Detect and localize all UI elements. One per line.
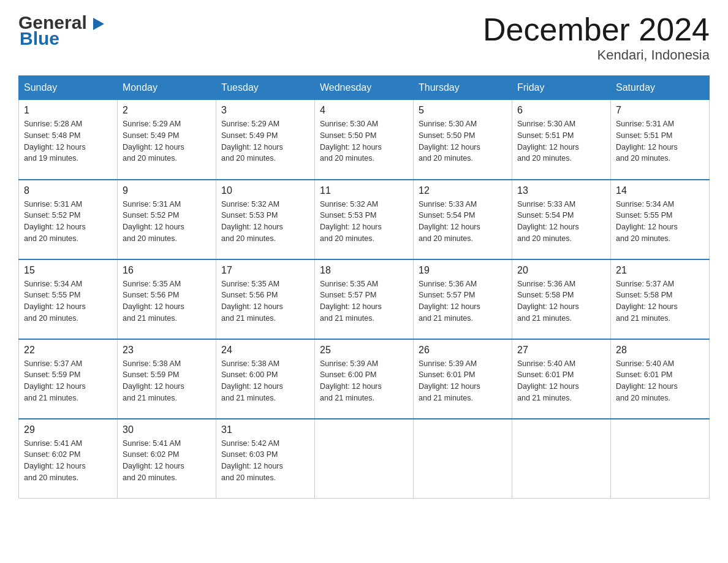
day-number: 26	[419, 345, 507, 356]
day-number: 19	[419, 265, 507, 276]
table-row	[611, 419, 710, 499]
table-row: 4 Sunrise: 5:30 AM Sunset: 5:50 PM Dayli…	[315, 100, 414, 180]
day-info: Sunrise: 5:33 AM Sunset: 5:54 PM Dayligh…	[419, 199, 507, 245]
table-row: 25 Sunrise: 5:39 AM Sunset: 6:00 PM Dayl…	[315, 339, 414, 419]
day-info: Sunrise: 5:32 AM Sunset: 5:53 PM Dayligh…	[320, 199, 408, 245]
day-number: 24	[221, 345, 309, 356]
day-info: Sunrise: 5:31 AM Sunset: 5:52 PM Dayligh…	[24, 199, 112, 245]
day-number: 30	[123, 424, 211, 435]
calendar-week-2: 8 Sunrise: 5:31 AM Sunset: 5:52 PM Dayli…	[19, 180, 710, 259]
table-row: 30 Sunrise: 5:41 AM Sunset: 6:02 PM Dayl…	[118, 419, 216, 499]
svg-marker-0	[93, 18, 104, 30]
day-number: 12	[419, 185, 507, 196]
table-row: 13 Sunrise: 5:33 AM Sunset: 5:54 PM Dayl…	[512, 180, 611, 259]
calendar-week-3: 15 Sunrise: 5:34 AM Sunset: 5:55 PM Dayl…	[19, 259, 710, 339]
day-number: 18	[320, 265, 408, 276]
table-row: 3 Sunrise: 5:29 AM Sunset: 5:49 PM Dayli…	[216, 100, 315, 180]
col-wednesday: Wednesday	[315, 76, 414, 100]
day-number: 29	[24, 424, 112, 435]
day-info: Sunrise: 5:38 AM Sunset: 6:00 PM Dayligh…	[221, 358, 309, 404]
day-number: 11	[320, 185, 408, 196]
day-number: 9	[123, 185, 211, 196]
logo-blue-text: Blue	[20, 28, 59, 49]
day-info: Sunrise: 5:29 AM Sunset: 5:49 PM Dayligh…	[123, 118, 211, 164]
table-row: 26 Sunrise: 5:39 AM Sunset: 6:01 PM Dayl…	[414, 339, 512, 419]
table-row: 16 Sunrise: 5:35 AM Sunset: 5:56 PM Dayl…	[118, 259, 216, 339]
day-info: Sunrise: 5:35 AM Sunset: 5:56 PM Dayligh…	[123, 278, 211, 324]
day-number: 14	[616, 185, 704, 196]
table-row	[414, 419, 512, 499]
location-text: Kendari, Indonesia	[483, 47, 710, 63]
day-info: Sunrise: 5:38 AM Sunset: 5:59 PM Dayligh…	[123, 358, 211, 404]
table-row: 12 Sunrise: 5:33 AM Sunset: 5:54 PM Dayl…	[414, 180, 512, 259]
day-number: 23	[123, 345, 211, 356]
day-number: 5	[419, 105, 507, 116]
day-info: Sunrise: 5:31 AM Sunset: 5:52 PM Dayligh…	[123, 199, 211, 245]
col-thursday: Thursday	[414, 76, 512, 100]
day-info: Sunrise: 5:35 AM Sunset: 5:57 PM Dayligh…	[320, 278, 408, 324]
day-number: 1	[24, 105, 112, 116]
calendar-week-4: 22 Sunrise: 5:37 AM Sunset: 5:59 PM Dayl…	[19, 339, 710, 419]
day-info: Sunrise: 5:42 AM Sunset: 6:03 PM Dayligh…	[221, 438, 309, 484]
day-number: 8	[24, 185, 112, 196]
day-info: Sunrise: 5:34 AM Sunset: 5:55 PM Dayligh…	[24, 278, 112, 324]
day-info: Sunrise: 5:41 AM Sunset: 6:02 PM Dayligh…	[24, 438, 112, 484]
day-info: Sunrise: 5:35 AM Sunset: 5:56 PM Dayligh…	[221, 278, 309, 324]
calendar-table: Sunday Monday Tuesday Wednesday Thursday…	[18, 75, 710, 499]
day-info: Sunrise: 5:31 AM Sunset: 5:51 PM Dayligh…	[616, 118, 704, 164]
month-title: December 2024	[483, 12, 710, 47]
day-info: Sunrise: 5:37 AM Sunset: 5:58 PM Dayligh…	[616, 278, 704, 324]
table-row: 29 Sunrise: 5:41 AM Sunset: 6:02 PM Dayl…	[19, 419, 118, 499]
day-number: 2	[123, 105, 211, 116]
day-info: Sunrise: 5:30 AM Sunset: 5:50 PM Dayligh…	[320, 118, 408, 164]
table-row	[315, 419, 414, 499]
table-row: 31 Sunrise: 5:42 AM Sunset: 6:03 PM Dayl…	[216, 419, 315, 499]
table-row: 8 Sunrise: 5:31 AM Sunset: 5:52 PM Dayli…	[19, 180, 118, 259]
table-row: 7 Sunrise: 5:31 AM Sunset: 5:51 PM Dayli…	[611, 100, 710, 180]
day-number: 27	[517, 345, 605, 356]
day-number: 6	[517, 105, 605, 116]
day-number: 15	[24, 265, 112, 276]
table-row: 24 Sunrise: 5:38 AM Sunset: 6:00 PM Dayl…	[216, 339, 315, 419]
table-row: 5 Sunrise: 5:30 AM Sunset: 5:50 PM Dayli…	[414, 100, 512, 180]
day-info: Sunrise: 5:32 AM Sunset: 5:53 PM Dayligh…	[221, 199, 309, 245]
table-row: 22 Sunrise: 5:37 AM Sunset: 5:59 PM Dayl…	[19, 339, 118, 419]
table-row: 20 Sunrise: 5:36 AM Sunset: 5:58 PM Dayl…	[512, 259, 611, 339]
day-number: 28	[616, 345, 704, 356]
table-row: 9 Sunrise: 5:31 AM Sunset: 5:52 PM Dayli…	[118, 180, 216, 259]
day-number: 3	[221, 105, 309, 116]
day-info: Sunrise: 5:40 AM Sunset: 6:01 PM Dayligh…	[517, 358, 605, 404]
day-number: 21	[616, 265, 704, 276]
day-info: Sunrise: 5:28 AM Sunset: 5:48 PM Dayligh…	[24, 118, 112, 164]
day-info: Sunrise: 5:39 AM Sunset: 6:00 PM Dayligh…	[320, 358, 408, 404]
day-number: 25	[320, 345, 408, 356]
col-saturday: Saturday	[611, 76, 710, 100]
day-info: Sunrise: 5:41 AM Sunset: 6:02 PM Dayligh…	[123, 438, 211, 484]
day-number: 10	[221, 185, 309, 196]
day-number: 7	[616, 105, 704, 116]
table-row: 27 Sunrise: 5:40 AM Sunset: 6:01 PM Dayl…	[512, 339, 611, 419]
table-row	[512, 419, 611, 499]
table-row: 28 Sunrise: 5:40 AM Sunset: 6:01 PM Dayl…	[611, 339, 710, 419]
table-row: 1 Sunrise: 5:28 AM Sunset: 5:48 PM Dayli…	[19, 100, 118, 180]
day-info: Sunrise: 5:30 AM Sunset: 5:50 PM Dayligh…	[419, 118, 507, 164]
day-info: Sunrise: 5:36 AM Sunset: 5:58 PM Dayligh…	[517, 278, 605, 324]
day-number: 31	[221, 424, 309, 435]
day-info: Sunrise: 5:29 AM Sunset: 5:49 PM Dayligh…	[221, 118, 309, 164]
table-row: 18 Sunrise: 5:35 AM Sunset: 5:57 PM Dayl…	[315, 259, 414, 339]
table-row: 21 Sunrise: 5:37 AM Sunset: 5:58 PM Dayl…	[611, 259, 710, 339]
day-number: 22	[24, 345, 112, 356]
day-info: Sunrise: 5:30 AM Sunset: 5:51 PM Dayligh…	[517, 118, 605, 164]
col-monday: Monday	[118, 76, 216, 100]
calendar-week-5: 29 Sunrise: 5:41 AM Sunset: 6:02 PM Dayl…	[19, 419, 710, 499]
day-number: 13	[517, 185, 605, 196]
logo: General Blue	[18, 12, 104, 49]
page-header: General Blue December 2024 Kendari, Indo…	[18, 12, 710, 63]
day-number: 17	[221, 265, 309, 276]
table-row: 14 Sunrise: 5:34 AM Sunset: 5:55 PM Dayl…	[611, 180, 710, 259]
day-info: Sunrise: 5:39 AM Sunset: 6:01 PM Dayligh…	[419, 358, 507, 404]
table-row: 17 Sunrise: 5:35 AM Sunset: 5:56 PM Dayl…	[216, 259, 315, 339]
day-info: Sunrise: 5:33 AM Sunset: 5:54 PM Dayligh…	[517, 199, 605, 245]
table-row: 2 Sunrise: 5:29 AM Sunset: 5:49 PM Dayli…	[118, 100, 216, 180]
day-number: 16	[123, 265, 211, 276]
